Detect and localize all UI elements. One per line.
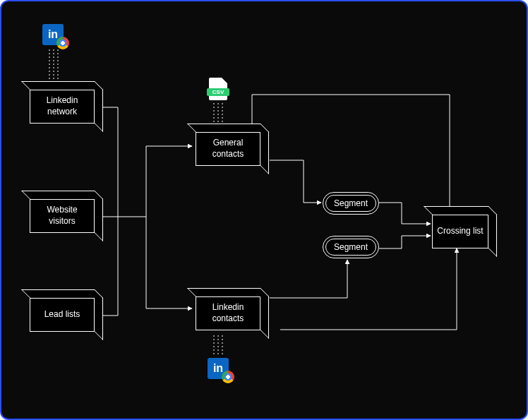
node-segment-bottom: Segment xyxy=(323,236,379,258)
node-label: Lead lists xyxy=(44,309,80,320)
linkedin-chrome-icon: in xyxy=(42,24,64,45)
node-label: General contacts xyxy=(199,138,257,160)
node-label: Website visitors xyxy=(33,205,91,227)
csv-file-icon: CSV xyxy=(209,78,227,100)
node-label: Segment xyxy=(334,198,368,208)
node-linkedin-contacts: Linkedin contacts xyxy=(196,296,260,330)
node-label: Linkedin contacts xyxy=(199,302,257,324)
node-label: Segment xyxy=(334,242,368,252)
chrome-icon xyxy=(56,37,69,49)
node-crossing-list: Crossing list xyxy=(432,215,488,248)
csv-label: CSV xyxy=(207,88,229,96)
node-general-contacts: General contacts xyxy=(196,132,260,166)
node-website-visitors: Website visitors xyxy=(30,199,95,233)
node-segment-top: Segment xyxy=(323,192,379,215)
node-label: Linkedin network xyxy=(33,95,91,117)
node-lead-lists: Lead lists xyxy=(30,298,95,332)
linkedin-chrome-icon: in xyxy=(208,358,229,379)
node-linkedin-network: Linkedin network xyxy=(30,90,95,124)
file-icon: CSV xyxy=(209,78,227,100)
chrome-icon xyxy=(222,371,234,383)
diagram-canvas: { "nodes": { "linkedin_network": { "labe… xyxy=(0,0,528,420)
node-label: Crossing list xyxy=(437,226,483,237)
